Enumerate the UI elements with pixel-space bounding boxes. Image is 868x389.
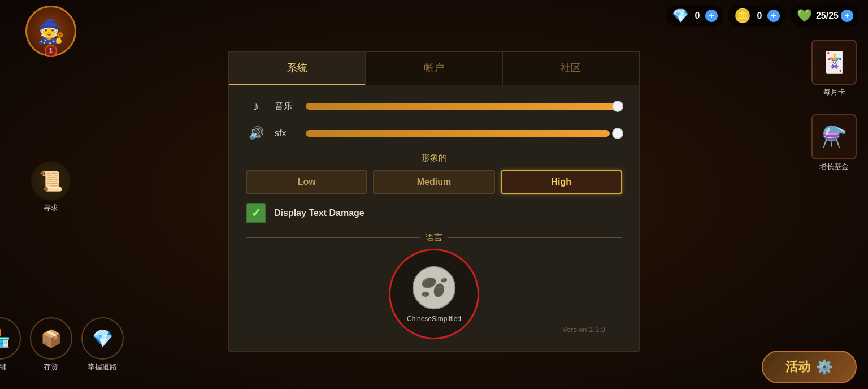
sfx-thumb [612,128,623,139]
monthly-card-button[interactable]: 🃏 每月卡 [811,40,857,97]
sfx-label: sfx [275,128,297,139]
settings-content: ♪ 音乐 🔊 sfx 形象的 Low Medium High [229,85,639,351]
sfx-row: 🔊 sfx [246,123,622,144]
tab-community[interactable]: 社区 [503,52,639,85]
settings-dialog: 系统 帐户 社区 ♪ 音乐 🔊 sfx 形象的 [228,51,640,352]
globe-icon [411,265,457,310]
language-section: 语言 ChineseSimplified [246,232,622,339]
health-value: 25/25 [816,11,839,21]
music-thumb [612,101,623,112]
crystal-add-button[interactable]: + [705,10,718,22]
lang-divider-right [448,237,622,238]
settings-tabs: 系统 帐户 社区 [229,52,639,85]
health-add-button[interactable]: + [841,10,853,22]
activity-icon: ⚙️ [816,359,833,375]
tab-account[interactable]: 帐户 [366,52,502,85]
crystal-value: 0 [692,11,703,21]
left-sidebar: 🧙 1 📜 寻求 🏪 店铺 📦 存货 💎 [0,0,102,389]
sidebar-middle: 📜 寻求 [31,161,71,213]
activity-label: 活动 [785,358,810,375]
coin-icon: 🪙 [734,7,752,25]
music-slider[interactable] [306,103,622,110]
language-divider: 语言 [246,232,622,243]
music-icon: ♪ [246,96,266,116]
top-bar: 💎 0 + 🪙 0 + 💚 25/25 + [657,0,868,32]
monthly-card-label: 每月卡 [823,87,845,97]
quality-medium-button[interactable]: Medium [373,170,494,194]
coin-value: 0 [754,11,765,21]
display-text-damage-label: Display Text Damage [274,208,364,218]
quality-high-button[interactable]: High [501,170,622,194]
health-icon: 💚 [796,7,814,25]
growth-fund-label: 增长基金 [819,162,849,172]
quest-button[interactable]: 📜 寻求 [31,161,71,213]
display-text-damage-row: ✓ Display Text Damage [246,203,622,223]
avatar-button[interactable]: 🧙 1 [25,6,76,57]
coin-add-button[interactable]: + [767,10,780,22]
crystal-icon: 💎 [671,7,689,25]
avatar: 🧙 1 [25,6,76,57]
coin-currency-group: 🪙 0 + [728,5,785,27]
version-label: Version 1.1.9 [562,325,605,334]
quest-label: 寻求 [44,203,58,213]
language-label: 语言 [426,232,442,243]
quality-low-button[interactable]: Low [246,170,367,194]
monthly-card-icon: 🃏 [811,40,857,85]
avatar-level: 1 [45,45,57,57]
crystal-currency-group: 💎 0 + [666,5,723,27]
growth-fund-button[interactable]: ⚗️ 增长基金 [811,114,857,172]
display-text-damage-checkbox[interactable]: ✓ [246,203,266,223]
tab-system[interactable]: 系统 [229,52,365,85]
checkmark-icon: ✓ [251,206,261,221]
appearance-label: 形象的 [419,153,450,163]
activity-button[interactable]: 活动 ⚙️ [762,351,857,383]
lang-divider-left [246,237,420,238]
music-row: ♪ 音乐 [246,96,622,116]
sfx-fill [306,130,610,137]
language-name-label: ChineseSimplified [407,315,461,323]
divider-line-left [246,158,413,158]
sfx-icon: 🔊 [246,123,266,144]
health-group: 💚 25/25 + [790,5,859,27]
music-fill [306,103,616,110]
growth-fund-icon: ⚗️ [811,114,857,159]
music-label: 音乐 [275,101,297,113]
language-globe-button[interactable]: ChineseSimplified [389,249,479,339]
quality-buttons: Low Medium High [246,170,622,194]
right-sidebar: 🃏 每月卡 ⚗️ 增长基金 [800,34,868,178]
appearance-divider: 形象的 [246,153,622,163]
sfx-slider[interactable] [306,130,622,137]
divider-line-right [455,158,623,158]
